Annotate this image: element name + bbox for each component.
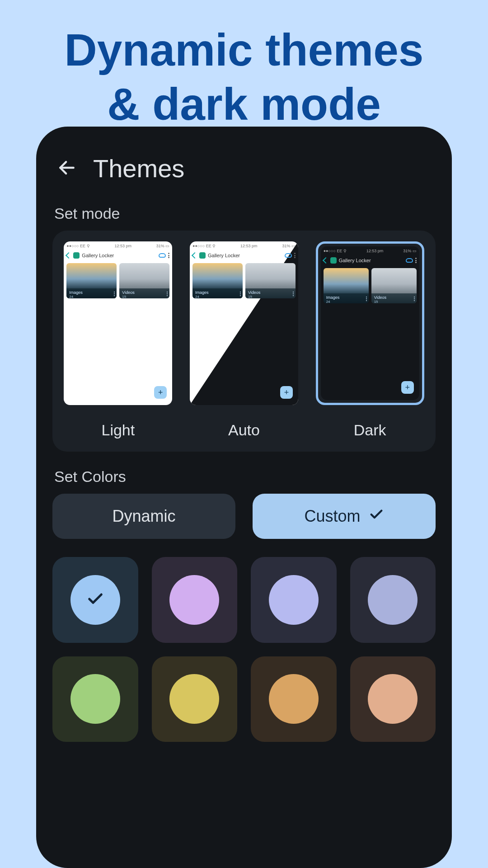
color-dot-icon — [368, 674, 418, 724]
mode-preview-dark: ●●○○○ EE ⚲ 12:53 pm 31% ▭ Gallery Locker — [316, 241, 424, 405]
preview-app-title: Gallery Locker — [339, 258, 404, 263]
preview-tile-videos: Videos 15 — [371, 268, 417, 303]
color-mode-segmented: Dynamic Custom — [52, 494, 436, 539]
preview-fab-add-icon: + — [280, 386, 293, 399]
preview-header: Gallery Locker — [64, 250, 172, 261]
segment-custom[interactable]: Custom — [253, 494, 436, 539]
mode-options-row: ●●○○○ EE ⚲ 12:53 pm 31% ▭ Gallery Locker — [61, 241, 427, 439]
check-icon — [86, 590, 104, 610]
preview-status-bar: ●●○○○ EE ⚲ 12:53 pm 31% ▭ — [64, 241, 172, 250]
preview-status-bar: ●●○○○ EE ⚲ 12:53 pm 31% ▭ — [190, 241, 298, 250]
preview-cloud-icon — [159, 253, 166, 258]
preview-header: Gallery Locker — [190, 250, 298, 261]
color-dot-icon — [169, 575, 219, 625]
mode-label-light: Light — [101, 421, 135, 439]
preview-tile-images: Images 24 — [66, 263, 117, 298]
preview-header: Gallery Locker — [321, 255, 419, 266]
page-title: Themes — [93, 154, 184, 183]
color-swatch-1[interactable] — [152, 557, 238, 643]
promo-line2: & dark mode — [0, 77, 488, 131]
color-swatch-7[interactable] — [350, 656, 436, 742]
preview-tile-videos: Videos 15 — [119, 263, 169, 298]
set-colors-label: Set Colors — [54, 468, 436, 486]
color-swatch-4[interactable] — [52, 656, 138, 742]
preview-tile-videos: Videos 15 — [245, 263, 296, 298]
preview-more-icon — [294, 253, 296, 258]
back-arrow-icon[interactable] — [57, 158, 77, 179]
promo-line1: Dynamic themes — [0, 23, 488, 77]
check-icon — [369, 507, 384, 526]
mode-label-dark: Dark — [354, 421, 386, 439]
preview-status-bar: ●●○○○ EE ⚲ 12:53 pm 31% ▭ — [321, 246, 419, 255]
color-dot-icon — [269, 575, 319, 625]
promo-headline: Dynamic themes & dark mode — [0, 0, 488, 131]
preview-more-icon — [415, 258, 417, 263]
phone-frame: Themes Set mode ●●○○○ EE ⚲ 12:53 pm 31% … — [36, 127, 452, 868]
preview-app-title: Gallery Locker — [82, 253, 156, 258]
mode-card: ●●○○○ EE ⚲ 12:53 pm 31% ▭ Gallery Locker — [52, 231, 436, 452]
mode-preview-light: ●●○○○ EE ⚲ 12:53 pm 31% ▭ Gallery Locker — [64, 241, 172, 405]
preview-fab-add-icon: + — [154, 386, 167, 399]
color-dot-icon — [368, 575, 418, 625]
preview-tile-images: Images 24 — [192, 263, 243, 298]
mode-option-dark[interactable]: ●●○○○ EE ⚲ 12:53 pm 31% ▭ Gallery Locker — [312, 241, 427, 439]
color-swatch-3[interactable] — [350, 557, 436, 643]
color-dot-icon — [169, 674, 219, 724]
preview-app-logo-icon — [330, 257, 337, 264]
segment-custom-label: Custom — [304, 507, 360, 526]
preview-back-icon — [192, 252, 198, 259]
preview-app-logo-icon — [73, 252, 80, 259]
color-swatch-0[interactable] — [52, 557, 138, 643]
mode-option-light[interactable]: ●●○○○ EE ⚲ 12:53 pm 31% ▭ Gallery Locker — [61, 241, 176, 439]
color-dot-icon — [269, 674, 319, 724]
color-swatch-6[interactable] — [251, 656, 337, 742]
mode-preview-auto: ●●○○○ EE ⚲ 12:53 pm 31% ▭ Gallery Locker — [190, 241, 298, 405]
preview-app-title: Gallery Locker — [208, 253, 282, 258]
color-swatch-5[interactable] — [152, 656, 238, 742]
preview-more-icon — [168, 253, 169, 258]
color-swatch-grid — [52, 557, 436, 742]
preview-tile-images: Images 24 — [324, 268, 369, 303]
color-swatch-2[interactable] — [251, 557, 337, 643]
preview-fab-add-icon: + — [401, 381, 414, 394]
preview-app-logo-icon — [199, 252, 206, 259]
preview-back-icon — [323, 257, 329, 264]
preview-cloud-icon — [406, 258, 413, 263]
preview-cloud-icon — [285, 253, 292, 258]
color-dot-icon — [70, 674, 120, 724]
segment-dynamic-label: Dynamic — [112, 507, 175, 526]
mode-label-auto: Auto — [228, 421, 260, 439]
mode-option-auto[interactable]: ●●○○○ EE ⚲ 12:53 pm 31% ▭ Gallery Locker — [187, 241, 302, 439]
segment-dynamic[interactable]: Dynamic — [52, 494, 235, 539]
app-bar: Themes — [52, 145, 436, 197]
preview-back-icon — [66, 252, 72, 259]
set-mode-label: Set mode — [54, 205, 436, 222]
